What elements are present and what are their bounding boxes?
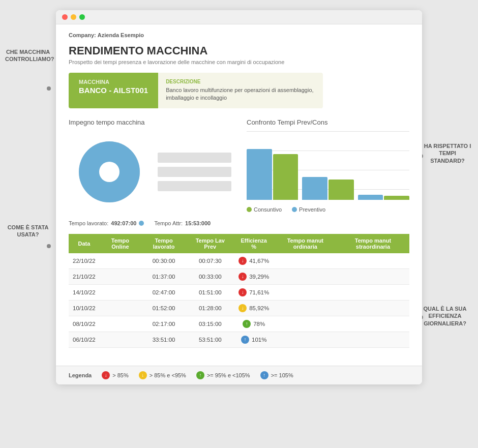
bar-group-1 <box>247 149 298 200</box>
donut-svg <box>69 131 150 213</box>
cell-efficienza: ↓ 41,67% <box>234 253 274 269</box>
th-tempo-lav-prev: Tempo Lav Prev <box>187 234 233 253</box>
eff-icon: ↑ <box>241 336 249 344</box>
eff-badge: ↓ 71,61% <box>238 288 269 296</box>
desc-text: Banco lavoro multifunzione per operazion… <box>166 86 315 102</box>
th-tempo-lavorato: Tempo lavorato <box>141 234 187 253</box>
window-content: Company: Azienda Esempio RENDIMENTO MACC… <box>56 24 422 366</box>
cell-tempo-lavorato: 33:51:00 <box>141 332 187 347</box>
th-data: Data <box>69 234 100 253</box>
eff-badge: ↓ 85,92% <box>238 304 269 312</box>
cell-data: 14/10/22 <box>69 284 100 300</box>
donut-container <box>69 131 150 213</box>
cell-tempo-online <box>100 284 141 300</box>
legend-title: Legenda <box>69 372 92 378</box>
chart-confronto: Confronto Tempi Prev/Cons <box>247 118 409 213</box>
eff-value: 41,67% <box>249 258 269 264</box>
eff-badge: ↑ 78% <box>243 320 265 328</box>
cell-tempo-lavorato: 01:52:00 <box>141 300 187 316</box>
chart-footer: Tempo lavorato: 492:07:00 Tempo Attr: 15… <box>69 220 409 226</box>
svg-point-2 <box>99 162 120 182</box>
cell-tempo-online <box>100 300 141 316</box>
cell-manut-ord <box>274 268 337 284</box>
table-body: 22/10/22 00:30:00 00:07:30 ↓ 41,67% 21/1… <box>69 253 409 348</box>
table-header-row: Data Tempo Online Tempo lavorato Tempo L… <box>69 234 409 253</box>
tl-dot <box>139 221 144 226</box>
legend-text-3: >= 95% e <105% <box>207 372 250 378</box>
table-head: Data Tempo Online Tempo lavorato Tempo L… <box>69 234 409 253</box>
legend-text-2: > 85% e <95% <box>150 372 186 378</box>
eff-icon: ↓ <box>238 273 247 281</box>
legend-icon-blue: ↑ <box>260 371 268 379</box>
legend-icon-yellow: ↓ <box>139 371 147 379</box>
legend-preventivo: Preventivo <box>292 206 325 213</box>
th-manut-str: Tempo manut straordinaria <box>337 234 409 253</box>
eff-value: 71,61% <box>249 289 269 295</box>
cell-manut-str <box>337 300 409 316</box>
titlebar <box>56 10 422 24</box>
bar-blue-1 <box>247 149 272 200</box>
legend-icon-red: ↓ <box>102 371 110 379</box>
bar-labels <box>158 153 231 191</box>
table-row: 22/10/22 00:30:00 00:07:30 ↓ 41,67% <box>69 253 409 269</box>
traffic-light-red[interactable] <box>62 14 68 20</box>
bar-blue-2 <box>302 177 327 200</box>
legend-preventivo-label: Preventivo <box>299 206 325 213</box>
chart-legend: Consuntivo Preventivo <box>247 206 409 213</box>
eff-icon: ↑ <box>243 320 251 328</box>
annotation-left2: COME È STATA USATA? <box>5 224 51 238</box>
legend-text-1: > 85% <box>112 372 129 378</box>
cell-data: 22/10/22 <box>69 253 100 269</box>
footer-tempo-lavorato: Tempo lavorato: 492:07:00 <box>69 220 144 226</box>
page-subtitle: Prospetto dei tempi presenza e lavorazio… <box>69 59 409 65</box>
machine-label: Macchina <box>79 79 148 85</box>
desc-label: DESCRIZIONE <box>166 79 315 84</box>
th-manut-ord: Tempo manut ordinaria <box>274 234 337 253</box>
ta-value: 15:53:000 <box>185 220 211 226</box>
eff-icon: ↓ <box>238 257 247 265</box>
table-row: 14/10/22 02:47:00 01:51:00 ↓ 71,61% <box>69 284 409 300</box>
traffic-light-yellow[interactable] <box>71 14 76 20</box>
cell-efficienza: ↑ 101% <box>234 332 274 347</box>
cell-manut-str <box>337 268 409 284</box>
eff-icon: ↓ <box>238 304 247 312</box>
cell-efficienza: ↓ 39,29% <box>234 268 274 284</box>
machine-left: Macchina BANCO - AILST001 <box>69 73 158 108</box>
tl-label: Tempo lavorato: <box>69 220 108 226</box>
cell-efficienza: ↓ 85,92% <box>234 300 274 316</box>
chart-impegno-title: Impegno tempo macchina <box>69 118 231 126</box>
cell-tempo-online <box>100 332 141 347</box>
bar-label-1 <box>158 153 231 163</box>
cell-tempo-lav-prev: 01:51:00 <box>187 284 233 300</box>
eff-badge: ↓ 39,29% <box>238 273 269 281</box>
bar-label-3 <box>158 181 231 191</box>
dot-2 <box>47 244 51 248</box>
legend-entry-3: ↑ >= 95% e <105% <box>196 371 250 379</box>
cell-tempo-lavorato: 00:30:00 <box>141 253 187 269</box>
cell-manut-str <box>337 253 409 269</box>
bar-green-2 <box>328 180 354 200</box>
legend-consuntivo: Consuntivo <box>247 206 282 213</box>
traffic-light-green[interactable] <box>79 14 85 20</box>
bar-chart-area <box>247 131 409 202</box>
page-title: RENDIMENTO MACCHINA <box>69 44 409 57</box>
bar-blue-3 <box>358 195 383 200</box>
legend-entry-1: ↓ > 85% <box>102 371 129 379</box>
eff-value: 78% <box>253 321 265 327</box>
chart-impegno: Impegno tempo macchina <box>69 118 231 213</box>
company-name: Azienda Esempio <box>98 32 144 38</box>
cell-data: 08/10/22 <box>69 316 100 332</box>
cell-tempo-lav-prev: 03:15:00 <box>187 316 233 332</box>
annotation-right2: QUAL È LA SUA EFFICIENZA GIORNALIERA? <box>417 305 473 327</box>
cell-data: 21/10/22 <box>69 268 100 284</box>
legend-entry-4: ↑ >= 105% <box>260 371 293 379</box>
cell-manut-str <box>337 332 409 347</box>
machine-id: BANCO - AILST001 <box>79 86 148 95</box>
company-label-text: Company: <box>69 32 96 38</box>
th-tempo-online: Tempo Online <box>100 234 141 253</box>
cell-manut-str <box>337 316 409 332</box>
donut-wrap <box>69 131 231 213</box>
cell-data: 06/10/22 <box>69 332 100 347</box>
cell-tempo-lav-prev: 53:51:00 <box>187 332 233 347</box>
dot-consuntivo <box>247 207 252 212</box>
